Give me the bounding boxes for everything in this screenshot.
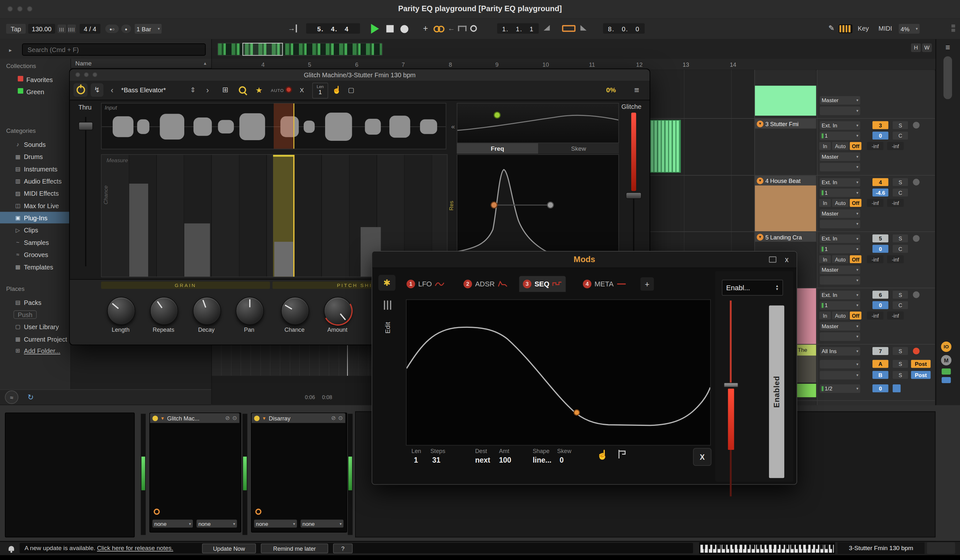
sidebar-item-add-folder[interactable]: ⊞Add Folder... [0, 344, 70, 356]
input-type-select[interactable]: All Ins▾ [820, 347, 860, 356]
param-value[interactable]: 1 [414, 456, 418, 464]
float-window-icon[interactable]: ▢ [347, 85, 356, 95]
follow-playhead-icon[interactable]: → [288, 25, 297, 32]
seq-curve-display[interactable] [406, 299, 711, 445]
pan-field[interactable]: -inf [887, 255, 904, 263]
output-sub-select[interactable]: ▾ [820, 276, 860, 285]
sidechain-select[interactable]: none▾ [301, 520, 343, 528]
chance-knob[interactable] [281, 297, 309, 325]
mods-titlebar[interactable]: Mods x [372, 251, 797, 268]
pan-field[interactable]: -inf [887, 312, 904, 320]
sidebar-item-sounds[interactable]: ♪Sounds [0, 138, 70, 150]
midi-keyboard-indicator[interactable] [699, 542, 835, 554]
sidechain-select[interactable]: none▾ [254, 520, 297, 528]
gain-badge[interactable]: 0 [872, 301, 888, 309]
monitor-in-button[interactable]: In [819, 312, 830, 320]
tab-meta[interactable]: 4 META [579, 276, 630, 292]
notification-bell-icon[interactable] [6, 543, 16, 553]
device-title[interactable]: Disarray [269, 415, 329, 421]
param-value[interactable]: 100 [499, 456, 511, 464]
enabled-slider[interactable]: Enabled [769, 306, 784, 478]
arm-button[interactable] [913, 291, 920, 298]
input-channel-badge[interactable]: 3 [872, 121, 888, 129]
prev-preset-icon[interactable]: ‹ [108, 85, 116, 96]
track-name[interactable]: The [798, 347, 807, 353]
hot-swap-icon[interactable]: ⊘ [331, 415, 336, 421]
back-to-arrangement-icon[interactable]: ← [447, 23, 455, 33]
input-channel-select[interactable]: 1▾ [820, 301, 860, 310]
re-enable-automation-icon[interactable] [458, 26, 467, 31]
repeats-knob[interactable] [150, 297, 178, 325]
gain-badge[interactable]: 0 [872, 131, 888, 139]
decay-knob[interactable] [193, 297, 221, 325]
edit-mode-label[interactable]: Edit [384, 322, 391, 333]
monitor-off-button[interactable]: Off [850, 255, 861, 263]
tempo-field[interactable]: 130.00 [28, 24, 55, 34]
tab-skew[interactable]: Skew [538, 143, 619, 154]
param-value[interactable]: line... [533, 456, 552, 464]
punch-in-icon[interactable] [544, 25, 550, 30]
save-preset-icon[interactable]: ⊙ [232, 415, 237, 421]
hot-swap-icon[interactable]: ⊘ [225, 415, 230, 421]
sidebar-item-clips[interactable]: ▷Clips [0, 224, 70, 236]
mixer-show-toggle[interactable]: M [941, 355, 952, 366]
input-type-select[interactable]: Ext. In▾ [820, 121, 860, 130]
monitor-auto-button[interactable]: Auto [832, 142, 848, 150]
release-notes-link[interactable]: Click here for release notes. [97, 545, 173, 551]
metronome-button[interactable]: ●○ [106, 25, 119, 33]
audio-clip-green[interactable] [649, 120, 681, 173]
plugin-titlebar[interactable]: Glitch Machine/3-Stutter Fmin 130 bpm [70, 69, 650, 82]
solo-button[interactable]: S [893, 178, 908, 186]
midi-map-button[interactable]: MIDI [875, 23, 895, 33]
arrangement-height-button[interactable]: H [911, 43, 921, 52]
output-select[interactable]: Master▾ [820, 210, 860, 218]
input-channel-badge[interactable]: 6 [872, 291, 888, 299]
solo-button[interactable]: S [893, 121, 908, 129]
sidebar-item-green[interactable]: Green [0, 86, 70, 97]
sidechain-select[interactable]: none▾ [152, 520, 193, 528]
device-power-button[interactable] [74, 83, 88, 97]
pan-field[interactable]: -inf [887, 142, 904, 150]
pan-knob[interactable] [236, 297, 264, 325]
map-finger-icon[interactable]: ☝ [596, 447, 608, 462]
groove-pool-button[interactable]: ≈ [5, 390, 18, 404]
sidebar-item-packs[interactable]: ▤Packs [0, 296, 70, 308]
track-color-block-green[interactable] [755, 86, 816, 115]
collapse-panel-icon[interactable]: « [450, 121, 457, 132]
pan-field[interactable]: -inf [887, 199, 904, 207]
volume-field[interactable]: -inf [867, 199, 884, 207]
tab-seq[interactable]: 3 SEQ [519, 276, 566, 292]
follow-button[interactable]: ● [122, 25, 131, 33]
pan-center-button[interactable]: C [893, 131, 908, 139]
sidebar-item-samples[interactable]: ~Samples [0, 236, 70, 248]
device-on-button[interactable] [152, 415, 158, 421]
output-sub-select[interactable]: ▾ [820, 220, 860, 228]
track-header[interactable]: ▼ 5 Landing Cra [755, 232, 816, 242]
loop-start-field[interactable]: 1. 1. 1 [497, 23, 539, 34]
pair-select[interactable]: 1/2▾ [820, 384, 860, 393]
arrangement-width-button[interactable]: W [922, 43, 932, 52]
sidebar-item-favorites[interactable]: Favorites [0, 74, 70, 85]
volume-field[interactable]: -inf [867, 255, 884, 263]
key-map-button[interactable]: Key [854, 23, 872, 33]
sort-asc-icon[interactable]: ▴ [204, 61, 206, 66]
search-preset-icon[interactable] [239, 86, 246, 94]
track-name[interactable]: 3 Stutter Fmi [765, 120, 798, 127]
mod-dest-enable-select[interactable]: Enabl... ▲▼ [722, 280, 783, 296]
favorite-star-icon[interactable]: ★ [254, 84, 265, 96]
track-name[interactable]: 5 Landing Cra [765, 234, 802, 240]
length-knob[interactable] [107, 297, 135, 325]
sliders-view-icon[interactable] [383, 301, 392, 310]
output-sub-select[interactable]: ▾ [820, 163, 860, 171]
add-mod-tab-button[interactable]: + [640, 277, 654, 291]
step-bar[interactable] [184, 224, 210, 277]
track-header[interactable]: ▼ 3 Stutter Fmi [755, 119, 816, 129]
thru-fader-handle[interactable] [78, 122, 93, 131]
sidebar-item-templates[interactable]: ▩Templates [0, 261, 70, 272]
io-show-toggle[interactable]: IO [941, 342, 952, 352]
solo-button[interactable]: S [893, 234, 908, 242]
computer-midi-keyboard-icon[interactable] [838, 25, 852, 33]
input-type-select[interactable]: Ext. In▾ [820, 291, 860, 299]
dry-wet-value[interactable]: 0% [603, 85, 618, 95]
sync-icon[interactable]: ↻ [26, 392, 36, 402]
